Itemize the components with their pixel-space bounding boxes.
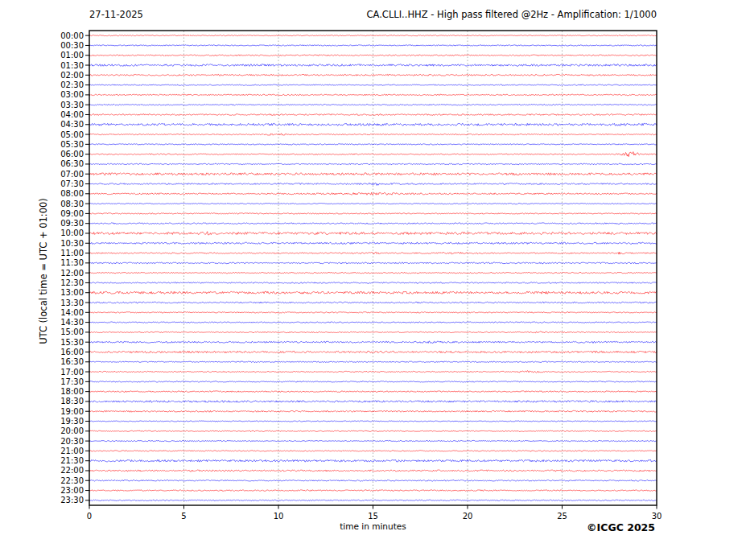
y-tick-label: 16:30 [60,357,84,366]
trace-row [89,55,657,56]
y-tick-label: 03:00 [60,90,84,99]
trace-row [89,84,657,85]
x-tick-label: 25 [557,512,567,521]
y-tick-label: 07:30 [60,179,84,188]
x-tick-label: 10 [274,512,284,521]
trace-row [89,94,657,96]
x-tick-label: 0 [87,512,92,521]
trace-row [89,322,657,323]
trace-row [89,204,657,204]
y-tick-label: 15:00 [60,327,84,336]
y-tick-label: 06:00 [60,150,84,159]
x-tick-label: 30 [652,512,662,521]
y-tick-label: 01:30 [60,61,84,70]
y-tick-label: 00:30 [60,41,84,50]
trace-row [89,430,657,431]
y-tick-label: 08:00 [60,189,84,198]
y-tick-label: 01:00 [60,51,84,60]
y-tick-label: 12:00 [60,269,84,278]
y-tick-label: 17:00 [60,368,84,377]
y-tick-label: 05:30 [60,140,84,149]
y-tick-label: 04:30 [60,120,84,129]
helicorder-screenshot: 27-11-2025 CA.CLLI..HHZ - High pass filt… [0,0,746,560]
y-tick-label: 23:30 [60,496,84,504]
trace-row [89,331,657,333]
trace-row [89,381,657,382]
y-tick-label: 11:30 [60,258,84,267]
x-axis-title: time in minutes [89,521,657,531]
y-tick-label: 20:00 [60,426,84,435]
trace-row [89,490,657,492]
trace-row [89,500,657,500]
y-tick-label: 22:00 [60,466,84,475]
trace-row [89,480,657,481]
y-tick-label: 17:30 [60,377,84,386]
trace-row [89,351,657,352]
y-tick-label: 05:00 [60,130,84,139]
y-tick-label: 07:00 [60,170,84,179]
y-tick-label: 16:00 [60,348,84,356]
x-tick-label: 15 [368,512,378,521]
y-tick-label: 09:30 [60,219,84,228]
y-tick-label: 08:30 [60,200,84,208]
y-tick-label: 04:00 [60,110,84,119]
y-tick-label: 21:30 [60,456,84,465]
y-tick-label: 18:30 [60,397,84,406]
y-tick-label: 13:00 [60,288,84,297]
y-tick-label: 23:00 [60,486,84,495]
copyright-label: ©ICGC 2025 [587,521,655,533]
y-tick-label: 03:30 [60,101,84,109]
y-tick-label: 02:00 [60,71,84,80]
trace-row [89,74,657,76]
trace-row [89,152,657,157]
trace-row [89,223,657,224]
trace-row [89,213,657,214]
trace-row [89,104,657,105]
y-tick-label: 22:30 [60,476,84,485]
y-tick-label: 14:00 [60,308,84,317]
y-tick-label: 02:30 [60,80,84,89]
y-tick-label: 15:30 [60,338,84,347]
helicorder-plot: 00:0000:3001:0001:3002:0002:3003:0003:30… [0,0,746,560]
trace-row [89,470,657,471]
y-tick-label: 00:00 [60,31,84,40]
y-tick-label: 10:30 [60,239,84,248]
trace-row [89,232,657,235]
y-tick-label: 11:00 [60,249,84,257]
y-tick-label: 09:00 [60,209,84,218]
trace-row [89,361,657,362]
trace-row [89,64,657,67]
y-tick-label: 14:30 [60,318,84,327]
y-tick-label: 18:00 [60,387,84,396]
y-tick-label: 21:00 [60,447,84,455]
y-tick-label: 19:00 [60,407,84,416]
trace-row [89,341,657,344]
y-tick-label: 12:30 [60,278,84,287]
x-tick-label: 20 [463,512,473,521]
y-tick-label: 06:30 [60,159,84,168]
y-tick-label: 19:30 [60,417,84,426]
y-tick-label: 10:00 [60,229,84,237]
y-tick-label: 13:30 [60,299,84,307]
y-tick-label: 20:30 [60,437,84,446]
x-tick-label: 5 [181,512,186,521]
